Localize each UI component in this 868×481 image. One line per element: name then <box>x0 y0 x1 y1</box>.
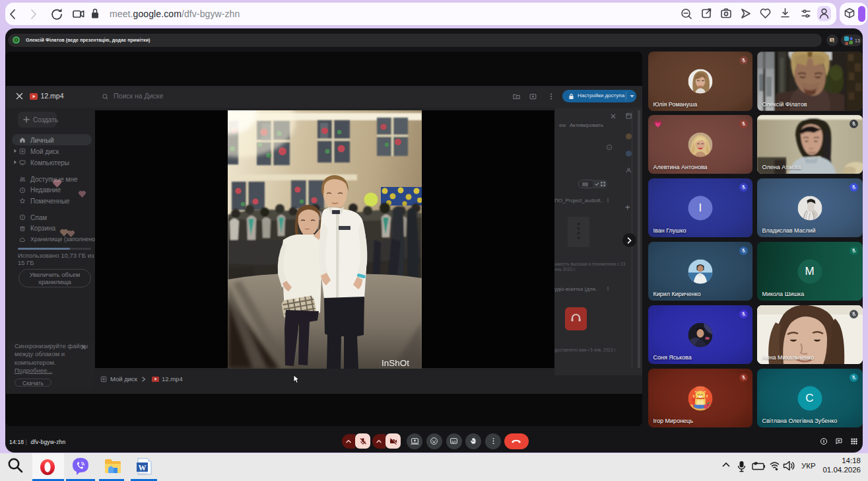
svg-text:W: W <box>139 463 147 472</box>
svg-text:InShOt: InShOt <box>382 358 409 368</box>
